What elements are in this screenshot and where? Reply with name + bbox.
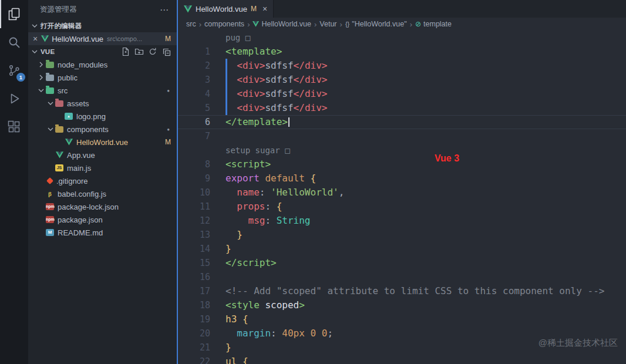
extensions-icon[interactable] bbox=[0, 113, 28, 141]
breadcrumb-item[interactable]: src bbox=[186, 20, 196, 28]
line-number[interactable]: 19 bbox=[178, 312, 210, 326]
cursor-caret bbox=[288, 117, 290, 127]
tab-close-icon[interactable]: × bbox=[262, 4, 267, 14]
project-name-label: VUE bbox=[41, 48, 55, 55]
breadcrumb-separator: › bbox=[247, 20, 250, 29]
open-editor-item[interactable]: × HelloWorld.vue src\compo... M bbox=[28, 32, 177, 45]
collapse-folders-icon[interactable] bbox=[161, 47, 171, 56]
code-line-11[interactable]: 11 props: { bbox=[178, 200, 626, 214]
tree-item-public[interactable]: public bbox=[28, 71, 177, 84]
code-line-16[interactable]: 16 bbox=[178, 270, 626, 284]
code-text: </template> bbox=[226, 116, 290, 127]
tree-item-main-js[interactable]: JSmain.js bbox=[28, 161, 177, 174]
search-icon[interactable] bbox=[0, 28, 28, 56]
code-line-10[interactable]: 10 name: 'HelloWorld', bbox=[178, 186, 626, 200]
line-number[interactable]: 21 bbox=[178, 341, 210, 355]
code-line-17[interactable]: 17<!-- Add "scoped" attribute to limit C… bbox=[178, 284, 626, 298]
tree-item-components[interactable]: components● bbox=[28, 123, 177, 136]
code-line-8[interactable]: 8<script> bbox=[178, 157, 626, 171]
breadcrumb-item[interactable]: components bbox=[204, 20, 244, 28]
code-line-15[interactable]: 15</script> bbox=[178, 256, 626, 270]
tree-item-src[interactable]: src● bbox=[28, 84, 177, 97]
line-number[interactable]: 12 bbox=[178, 214, 210, 228]
tab-helloworld-vue[interactable]: HelloWorld.vue M × bbox=[178, 0, 274, 18]
code-line-1[interactable]: 1<template> bbox=[178, 45, 626, 59]
line-number[interactable]: 14 bbox=[178, 242, 210, 256]
code-area[interactable]: pug □1<template>2 <div>sdfsf</div>3 <div… bbox=[178, 31, 626, 364]
code-line-9[interactable]: 9export default { bbox=[178, 171, 626, 186]
tree-item-node-modules[interactable]: node_modules bbox=[28, 58, 177, 71]
line-number[interactable]: 16 bbox=[178, 270, 210, 284]
code-text: } bbox=[226, 243, 231, 254]
line-number[interactable]: 9 bbox=[178, 171, 210, 186]
explorer-actions bbox=[121, 47, 177, 56]
line-number[interactable]: 13 bbox=[178, 228, 210, 242]
line-number[interactable]: 7 bbox=[178, 129, 210, 143]
tree-item-readme-md[interactable]: MREADME.md bbox=[28, 226, 177, 239]
line-number[interactable]: 2 bbox=[178, 59, 210, 73]
codelens-action[interactable]: pug □ bbox=[178, 31, 626, 45]
line-number[interactable]: 15 bbox=[178, 256, 210, 270]
codelens-action[interactable]: setup sugar □ bbox=[178, 143, 626, 157]
tree-item-package-json[interactable]: npmpackage.json bbox=[28, 213, 177, 226]
open-editors-header[interactable]: 打开的编辑器 bbox=[28, 19, 177, 32]
project-section-header[interactable]: VUE bbox=[28, 45, 177, 58]
tree-item--gitignore[interactable]: .gitignore bbox=[28, 174, 177, 187]
line-number[interactable]: 17 bbox=[178, 284, 210, 298]
new-folder-icon[interactable] bbox=[134, 47, 144, 56]
close-icon[interactable]: × bbox=[33, 34, 38, 43]
code-line-5[interactable]: 5 <div>sdfsf</div> bbox=[178, 101, 626, 115]
code-line-3[interactable]: 3 <div>sdfsf</div> bbox=[178, 73, 626, 87]
line-number[interactable]: 5 bbox=[178, 101, 210, 115]
breadcrumb-item[interactable]: HelloWorld.vue bbox=[253, 20, 311, 28]
activity-bar: 1 bbox=[0, 0, 28, 364]
code-line-22[interactable]: 22ul { bbox=[178, 355, 626, 364]
npm-icon: npm bbox=[46, 203, 54, 210]
tree-item-app-vue[interactable]: App.vue bbox=[28, 149, 177, 161]
code-text: <div>sdfsf</div> bbox=[226, 102, 327, 113]
code-line-18[interactable]: 18<style scoped> bbox=[178, 298, 626, 312]
tree-item-helloworld-vue[interactable]: HelloWorld.vueM bbox=[28, 136, 177, 149]
breadcrumb-item[interactable]: {}"HelloWorld.vue" bbox=[345, 20, 407, 28]
line-number[interactable]: 4 bbox=[178, 87, 210, 101]
tree-item-package-lock-json[interactable]: npmpackage-lock.json bbox=[28, 200, 177, 213]
vue-icon bbox=[41, 35, 49, 42]
vue-icon bbox=[55, 151, 63, 159]
tree-item-label: HelloWorld.vue bbox=[76, 138, 128, 147]
run-and-debug-icon[interactable] bbox=[0, 85, 28, 113]
breadcrumb-item[interactable]: ⊘template bbox=[415, 20, 452, 28]
tree-item-label: package.json bbox=[58, 215, 103, 224]
tree-item-babel-config-js[interactable]: βbabel.config.js bbox=[28, 187, 177, 200]
source-control-icon[interactable]: 1 bbox=[0, 56, 28, 85]
code-line-19[interactable]: 19h3 { bbox=[178, 312, 626, 326]
tab-modified-badge: M bbox=[251, 5, 257, 13]
line-number[interactable]: 18 bbox=[178, 298, 210, 312]
watermark: @稀土掘金技术社区 bbox=[539, 338, 618, 349]
refresh-icon[interactable] bbox=[148, 47, 157, 56]
code-line-7[interactable]: 7 bbox=[178, 129, 626, 143]
code-line-12[interactable]: 12 msg: String bbox=[178, 214, 626, 228]
tree-item-logo-png[interactable]: ▴logo.png bbox=[28, 110, 177, 123]
breadcrumb-item[interactable]: Vetur bbox=[319, 20, 336, 28]
code-line-4[interactable]: 4 <div>sdfsf</div> bbox=[178, 87, 626, 101]
line-number[interactable]: 1 bbox=[178, 45, 210, 59]
tree-item-label: main.js bbox=[67, 164, 91, 173]
line-number[interactable]: 11 bbox=[178, 200, 210, 214]
code-line-2[interactable]: 2 <div>sdfsf</div> bbox=[178, 59, 626, 73]
code-line-14[interactable]: 14} bbox=[178, 242, 626, 256]
line-number[interactable]: 8 bbox=[178, 157, 210, 171]
code-line-13[interactable]: 13 } bbox=[178, 228, 626, 242]
modified-badge: M bbox=[165, 35, 171, 43]
line-number[interactable]: 6 bbox=[178, 116, 210, 129]
code-line-6[interactable]: 6</template> bbox=[178, 115, 626, 129]
line-number[interactable]: 22 bbox=[178, 355, 210, 364]
folder-icon bbox=[46, 87, 54, 94]
line-number[interactable]: 10 bbox=[178, 186, 210, 200]
indent-guide bbox=[226, 59, 227, 73]
line-number[interactable]: 20 bbox=[178, 326, 210, 341]
more-actions-icon[interactable]: ⋯ bbox=[160, 5, 169, 15]
line-number[interactable]: 3 bbox=[178, 73, 210, 87]
new-file-icon[interactable] bbox=[121, 47, 130, 56]
explorer-icon[interactable] bbox=[0, 0, 28, 28]
tree-item-assets[interactable]: assets bbox=[28, 97, 177, 110]
